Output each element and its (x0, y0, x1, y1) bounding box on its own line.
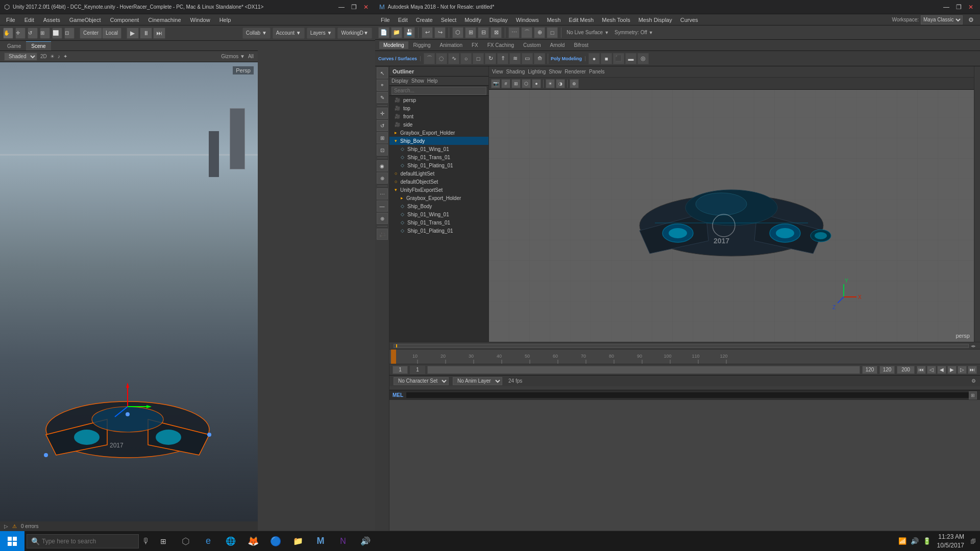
camera-tools-btn[interactable]: 🎥 (377, 229, 388, 240)
play-back-btn[interactable]: ◀ (937, 366, 946, 374)
maya-menu-file[interactable]: File (377, 16, 394, 24)
maya-menu-edit[interactable]: Edit (395, 16, 411, 24)
outliner-ship-body-sub[interactable]: ◇ Ship_Body (389, 202, 488, 210)
files-taskbar-btn[interactable]: 📁 (288, 531, 308, 552)
move-tool-btn[interactable]: ✛ (15, 28, 26, 39)
unity-menu-window[interactable]: Window (186, 16, 214, 24)
vp-light-btn[interactable]: ☀ (546, 79, 555, 88)
maya-menu-meshdisplay[interactable]: Mesh Display (635, 16, 676, 24)
curve-bezier-btn[interactable]: ∿ (448, 53, 459, 64)
poly-cylinder-btn[interactable]: ⬛ (613, 53, 624, 64)
outliner-trans-sub[interactable]: ◇ Ship_01_Trans_01 (389, 218, 488, 227)
maya-new-scene-btn[interactable]: 📄 (378, 27, 389, 38)
modtab-rigging[interactable]: Rigging (409, 41, 435, 49)
modtab-modeling[interactable]: Modeling (379, 41, 408, 49)
vp-lighting-menu[interactable]: Lighting (528, 69, 546, 74)
sound-taskbar-btn[interactable]: 🔊 (355, 531, 376, 552)
lasso-tool-btn[interactable]: ⌖ (377, 80, 388, 91)
select-invert-btn[interactable]: ⊠ (491, 27, 502, 38)
unity-minimize-btn[interactable]: — (336, 2, 347, 12)
timeline-current-end[interactable] (862, 366, 877, 374)
maya-open-btn[interactable]: 📁 (391, 27, 402, 38)
snap-curve-btn[interactable]: ⌒ (521, 27, 532, 38)
maya-3d-viewport[interactable]: View Shading Lighting Show Renderer Pane… (489, 66, 974, 342)
onenote-taskbar-btn[interactable]: N (333, 531, 353, 552)
maya-minimize-btn[interactable]: — (941, 2, 951, 12)
unity-close-btn[interactable]: ✕ (361, 2, 371, 12)
unity-menu-help[interactable]: Help (215, 16, 235, 24)
vp-smooth-btn[interactable]: ● (532, 79, 541, 88)
maya-menu-editmesh[interactable]: Edit Mesh (565, 16, 597, 24)
maya-menu-modify[interactable]: Modify (461, 16, 484, 24)
modtab-animation[interactable]: Animation (436, 41, 467, 49)
pivot-local-btn[interactable]: Local (102, 28, 121, 39)
vp-camera-btn[interactable]: 📷 (491, 79, 500, 88)
paint-select-btn[interactable]: ✎ (377, 92, 388, 103)
pivot-center-btn[interactable]: Center (80, 28, 102, 39)
outliner-display-menu[interactable]: Display (391, 78, 408, 84)
poly-torus-btn[interactable]: ◎ (638, 53, 649, 64)
transform-tool-btn[interactable]: ⊡ (64, 28, 75, 39)
universal-manip-btn[interactable]: ⊡ (377, 144, 388, 156)
snap-edge-side-btn[interactable]: — (377, 201, 388, 212)
vp-panels-menu[interactable]: Panels (589, 69, 605, 74)
timeline-range-end[interactable] (879, 366, 895, 374)
go-start-btn[interactable]: ⏮ (917, 366, 926, 374)
outliner-ship-body[interactable]: ▾ Ship_Body (389, 137, 488, 145)
modtab-bifrost[interactable]: Bifrost (570, 41, 592, 49)
tab-scene[interactable]: Scene (26, 41, 51, 51)
rect-tool-btn[interactable]: ⬜ (52, 28, 62, 39)
maya-scrubber[interactable] (394, 344, 969, 348)
scale-tool-sidebar-btn[interactable]: ⊞ (377, 132, 388, 143)
birail-btn[interactable]: ⟰ (534, 53, 545, 64)
layers-dropdown[interactable]: Layers ▼ (307, 28, 336, 39)
maya-scrubber-bar[interactable]: ◂ ▸ (389, 342, 980, 349)
account-dropdown[interactable]: Account ▼ (273, 28, 305, 39)
outliner-persp[interactable]: 🎥 persp (389, 96, 488, 104)
outliner-help-menu[interactable]: Help (427, 78, 438, 84)
modtab-custom[interactable]: Custom (519, 41, 545, 49)
poly-plane-btn[interactable]: ▬ (625, 53, 636, 64)
outliner-graybox-sub[interactable]: ▸ Graybox_Export_Holder (389, 194, 488, 202)
maya-menu-create[interactable]: Create (412, 16, 436, 24)
audio-toggle[interactable]: ♪ (58, 54, 60, 59)
maya-undo-btn[interactable]: ↩ (422, 27, 433, 38)
outliner-wing-sub[interactable]: ◇ Ship_01_Wing_01 (389, 210, 488, 218)
maya-close-btn[interactable]: ✕ (966, 2, 976, 12)
snap-grid-btn[interactable]: ⋯ (508, 27, 520, 38)
effect-toggle[interactable]: ✦ (63, 54, 67, 59)
outliner-graybox-export-holder[interactable]: ▸ Graybox_Export_Holder (389, 129, 488, 137)
outliner-top[interactable]: 🎥 top (389, 104, 488, 112)
maya-menu-mesh[interactable]: Mesh (543, 16, 564, 24)
maya-settings-btn[interactable]: ⚙ (966, 15, 976, 25)
notifications-btn[interactable]: 🗐 (970, 538, 976, 544)
taskbar-search-input[interactable] (42, 538, 118, 545)
pause-btn[interactable]: ⏸ (140, 28, 152, 39)
vp-grid-btn[interactable]: # (501, 79, 510, 88)
step-back-btn[interactable]: ◁ (927, 366, 936, 374)
collab-dropdown[interactable]: Collab ▼ (242, 28, 271, 39)
ie-taskbar-btn[interactable]: 🌐 (220, 531, 241, 552)
outliner-show-menu[interactable]: Show (411, 78, 424, 84)
anim-layer-select[interactable]: No Anim Layer (453, 377, 502, 385)
rotate-tool-sidebar-btn[interactable]: ↺ (377, 120, 388, 131)
vp-show-menu[interactable]: Show (549, 69, 561, 74)
microphone-icon[interactable]: 🎙 (142, 537, 150, 546)
vp-shading-menu[interactable]: Shading (506, 69, 525, 74)
snap-point-side-btn[interactable]: ⊕ (377, 213, 388, 224)
workspace-select[interactable]: Maya Classic (921, 15, 963, 24)
outliner-front[interactable]: 🎥 front (389, 112, 488, 120)
step-btn[interactable]: ⏭ (153, 28, 165, 39)
scale-tool-btn[interactable]: ⊞ (40, 28, 50, 39)
maya-timeline-ruler[interactable]: 10 20 30 40 50 60 70 80 (389, 349, 980, 364)
maya-menu-select[interactable]: Select (437, 16, 460, 24)
character-set-select[interactable]: No Character Set (394, 377, 449, 385)
unity-menu-gameobject[interactable]: GameObject (65, 16, 105, 24)
show-manip-btn[interactable]: ⊕ (377, 172, 388, 184)
play-btn[interactable]: ▶ (127, 28, 139, 39)
dim-toggle[interactable]: 2D (40, 54, 47, 59)
maya-menu-display[interactable]: Display (486, 16, 511, 24)
vp-wireframe-btn[interactable]: ⬡ (522, 79, 531, 88)
outliner-trans[interactable]: ◇ Ship_01_Trans_01 (389, 153, 488, 161)
unity-restore-btn[interactable]: ❐ (349, 2, 359, 12)
